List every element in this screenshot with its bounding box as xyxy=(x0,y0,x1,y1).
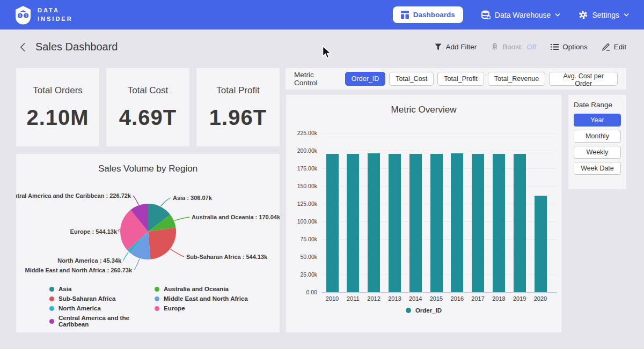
metric-button-total-revenue[interactable]: Total_Revenue xyxy=(488,72,545,86)
y-tick-label: 75.00k xyxy=(286,236,317,242)
back-button[interactable] xyxy=(18,40,28,54)
y-tick-label: 225.00k xyxy=(286,130,317,136)
add-filter-button[interactable]: Add Filter xyxy=(435,43,477,51)
x-tick-label: 2010 xyxy=(320,295,344,302)
dashboard-grid-icon xyxy=(401,11,409,19)
dashboard-header: Sales Dashboard Add Filter Boost:Off Opt… xyxy=(0,29,644,64)
pie-legend-item-central-america-and-the-caribbean[interactable]: Central America and the Caribbean xyxy=(49,315,155,328)
pie-callout-line xyxy=(171,249,185,257)
pie-label-middle-east-and-north-africa: Middle East and North Africa : 260.73k xyxy=(25,267,133,273)
brand[interactable]: DATA INSIDER xyxy=(15,5,73,25)
y-tick-label: 125.00k xyxy=(286,201,317,207)
legend-dot xyxy=(406,308,411,313)
legend-label: Asia xyxy=(58,286,71,292)
options-button[interactable]: Options xyxy=(551,43,588,51)
bar-2015[interactable] xyxy=(430,154,443,292)
pie-label-asia: Asia : 306.07k xyxy=(173,195,213,201)
bar-chart-card: Metric Overview 225.00k200.00k175.00k150… xyxy=(286,95,561,332)
pie-legend-item-middle-east-and-north-africa[interactable]: Middle East and North Africa xyxy=(155,295,248,302)
pie-slice-sub-saharan-africa[interactable] xyxy=(148,228,176,259)
pie-legend-item-europe[interactable]: Europe xyxy=(155,305,248,311)
metric-button-total-cost[interactable]: Total_Cost xyxy=(389,72,434,86)
x-axis-line xyxy=(321,292,557,293)
date-range-label: Date Range xyxy=(574,101,621,109)
pie-label-australia-and-oceania: Australia and Oceania : 170.04k xyxy=(192,214,280,220)
metric-button-total-profit[interactable]: Total_Profit xyxy=(437,72,484,86)
legend-label: Middle East and North Africa xyxy=(164,295,248,302)
bar-2010[interactable] xyxy=(326,154,339,292)
boost-toggle[interactable]: Boost:Off xyxy=(491,43,536,51)
pie-label-sub-saharan-africa: Sub-Saharan Africa : 544.13k xyxy=(186,254,268,260)
pencil-icon xyxy=(602,43,610,51)
pie-legend-item-sub-saharan-africa[interactable]: Sub-Saharan Africa xyxy=(49,295,155,302)
pie-legend: AsiaAustralia and OceaniaSub-Saharan Afr… xyxy=(49,286,248,328)
kpi-card-total-profit: Total Profit 1.96T xyxy=(196,68,280,146)
date-range-button-year[interactable]: Year xyxy=(574,114,621,127)
legend-label: North America xyxy=(58,305,101,311)
bar-2020[interactable] xyxy=(535,196,547,292)
x-tick-label: 2019 xyxy=(508,295,531,302)
metric-control-strip: Metric Control Order_IDTotal_CostTotal_P… xyxy=(286,68,626,90)
kpi-value: 2.10M xyxy=(26,106,89,130)
dashboards-button[interactable]: Dashboards xyxy=(393,6,463,23)
legend-dot xyxy=(155,287,159,292)
kpi-value: 4.69T xyxy=(119,106,177,130)
chevron-left-icon xyxy=(20,42,26,52)
legend-dot xyxy=(49,319,54,324)
pie-callout-line xyxy=(123,252,128,261)
metric-button-order-id[interactable]: Order_ID xyxy=(345,72,385,86)
y-tick-label: 175.00k xyxy=(286,165,317,172)
top-nav-bar: DATA INSIDER Dashboards Data Warehouse xyxy=(0,0,644,29)
legend-dot xyxy=(49,306,54,311)
bar-2011[interactable] xyxy=(347,154,359,292)
legend-dot xyxy=(155,306,159,311)
chevron-down-icon xyxy=(624,13,629,17)
x-tick-label: 2017 xyxy=(466,295,490,302)
kpi-label: Total Profit xyxy=(216,85,259,96)
x-tick-label: 2014 xyxy=(404,295,427,302)
pie-chart: Asia : 306.07kAustralia and Oceania : 17… xyxy=(16,175,280,285)
pie-legend-item-australia-and-oceania[interactable]: Australia and Oceania xyxy=(155,286,248,292)
date-range-button-week-date[interactable]: Week Date xyxy=(574,162,621,175)
date-range-button-weekly[interactable]: Weekly xyxy=(574,146,621,159)
bar-chart-legend[interactable]: Order_ID xyxy=(286,307,561,314)
bar-2018[interactable] xyxy=(493,154,505,292)
y-tick-label: 0.00 xyxy=(286,289,317,295)
page-title: Sales Dashboard xyxy=(35,41,118,53)
pie-chart-title: Sales Volume by Region xyxy=(16,154,280,174)
boost-state: Off xyxy=(526,43,536,51)
chevron-down-icon xyxy=(555,13,560,17)
pie-label-europe: Europe : 544.13k xyxy=(70,228,118,235)
legend-label: Europe xyxy=(164,305,185,311)
settings-menu[interactable]: Settings xyxy=(579,10,629,19)
pie-legend-item-asia[interactable]: Asia xyxy=(49,286,155,292)
data-warehouse-menu[interactable]: Data Warehouse xyxy=(481,10,561,19)
bar-2013[interactable] xyxy=(389,154,401,292)
bar-2017[interactable] xyxy=(472,154,484,292)
bar-2014[interactable] xyxy=(409,154,422,292)
dashboards-label: Dashboards xyxy=(413,11,455,19)
y-tick-label: 200.00k xyxy=(286,147,317,154)
bar-2012[interactable] xyxy=(368,153,380,292)
kpi-value: 1.96T xyxy=(209,106,267,130)
pie-callout-line xyxy=(134,259,140,271)
y-tick-label: 150.00k xyxy=(286,183,317,189)
x-tick-label: 2011 xyxy=(341,295,365,302)
pie-label-north-america: North America : 45.34k xyxy=(57,257,122,264)
gear-icon xyxy=(579,10,588,19)
bar-2016[interactable] xyxy=(451,153,463,292)
date-range-panel: Date Range YearMonthlyWeeklyWeek Date xyxy=(568,95,626,189)
date-range-button-monthly[interactable]: Monthly xyxy=(574,130,621,143)
brand-logo-owl-icon xyxy=(15,5,31,25)
edit-button[interactable]: Edit xyxy=(602,43,626,51)
bar-2019[interactable] xyxy=(514,154,526,292)
pie-callout-line xyxy=(133,196,138,205)
pie-legend-item-north-america[interactable]: North America xyxy=(49,305,155,311)
metric-button-avg-cost-per-order[interactable]: Avg. Cost per Order xyxy=(549,72,618,86)
legend-label: Australia and Oceania xyxy=(164,286,229,292)
metric-control-buttons: Order_IDTotal_CostTotal_ProfitTotal_Reve… xyxy=(345,72,618,86)
x-tick-label: 2015 xyxy=(425,295,448,302)
y-tick-label: 25.00k xyxy=(286,271,317,278)
gridline xyxy=(321,133,557,133)
legend-dot xyxy=(49,287,54,292)
